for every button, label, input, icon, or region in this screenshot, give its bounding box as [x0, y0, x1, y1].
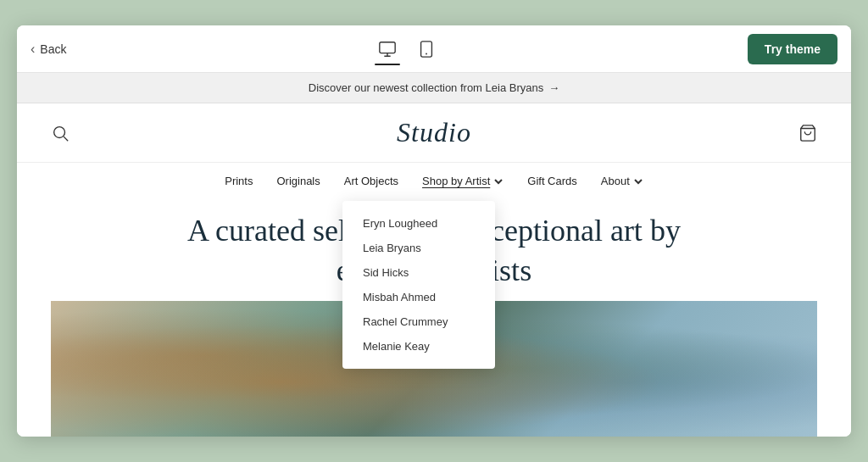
store-header: Studio [17, 103, 851, 163]
about-label: About [601, 175, 630, 187]
chevron-down-icon [493, 176, 504, 186]
cart-button[interactable] [798, 124, 817, 142]
nav-item-shop-by-artist[interactable]: Shop by Artist [422, 171, 504, 191]
svg-point-5 [54, 126, 65, 137]
try-theme-button[interactable]: Try theme [748, 34, 837, 64]
back-label: Back [40, 42, 66, 56]
search-button[interactable] [51, 124, 70, 142]
announcement-text: Discover our newest collection from Leia… [309, 81, 543, 94]
mobile-view-button[interactable] [407, 33, 446, 65]
back-button[interactable]: ‹ Back [31, 42, 66, 57]
svg-line-6 [64, 136, 68, 141]
browser-window: ‹ Back Try theme Discover our newest col [17, 25, 851, 437]
device-toggle-group [368, 33, 446, 65]
nav-item-art-objects[interactable]: Art Objects [344, 171, 398, 191]
search-icon [51, 124, 70, 142]
dropdown-item-melanie-keay[interactable]: Melanie Keay [342, 334, 495, 359]
nav-item-gift-cards[interactable]: Gift Cards [527, 171, 577, 191]
nav-item-prints[interactable]: Prints [225, 171, 253, 191]
announcement-bar: Discover our newest collection from Leia… [17, 73, 851, 103]
store-logo: Studio [397, 117, 471, 148]
shop-by-artist-label: Shop by Artist [422, 175, 490, 187]
nav-item-about[interactable]: About [601, 171, 643, 191]
nav-bar: Prints Originals Art Objects Shop by Art… [17, 163, 851, 194]
dropdown-item-leia-bryans[interactable]: Leia Bryans [342, 236, 495, 260]
nav-item-originals[interactable]: Originals [276, 171, 320, 191]
svg-rect-0 [380, 42, 395, 53]
top-bar: ‹ Back Try theme [17, 25, 851, 73]
chevron-down-icon-about [633, 176, 643, 186]
dropdown-item-eryn-lougheed[interactable]: Eryn Lougheed [342, 211, 495, 236]
shop-by-artist-dropdown: Eryn Lougheed Leia Bryans Sid Hicks Misb… [342, 201, 495, 369]
back-chevron-icon: ‹ [31, 42, 35, 57]
mobile-icon [417, 40, 436, 58]
dropdown-item-sid-hicks[interactable]: Sid Hicks [342, 260, 495, 285]
cart-icon [798, 124, 817, 142]
desktop-icon [378, 40, 397, 58]
store-navigation: Prints Originals Art Objects Shop by Art… [17, 163, 851, 194]
dropdown-item-rachel-crummey[interactable]: Rachel Crummey [342, 309, 495, 334]
announcement-arrow: → [548, 81, 559, 94]
desktop-view-button[interactable] [368, 33, 407, 65]
dropdown-item-misbah-ahmed[interactable]: Misbah Ahmed [342, 285, 495, 309]
